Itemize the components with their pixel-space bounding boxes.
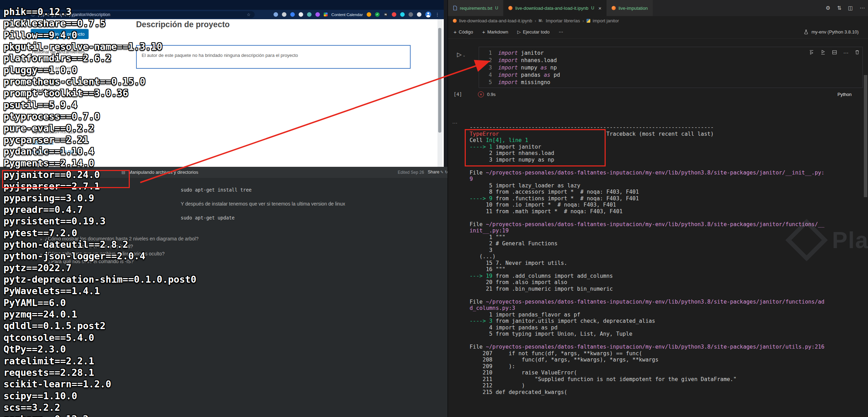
- browser-menu-icon[interactable]: ⋮: [435, 12, 440, 17]
- annotation-box-pyjanitor: [2, 170, 130, 188]
- more-actions-icon[interactable]: ⋯: [860, 5, 865, 11]
- output-line: 21 from .bin_numeric import bin_numeric: [470, 286, 865, 292]
- extension-icon[interactable]: N: [383, 12, 388, 17]
- cell-language[interactable]: Python: [838, 92, 852, 97]
- sidebar-item-description-active[interactable]: Descripción del proyecto: [31, 29, 89, 39]
- execute-above-icon[interactable]: [809, 50, 814, 57]
- url-field[interactable]: ⓘ pypi.org/project/pyjanitor/#descriptio…: [27, 11, 255, 18]
- add-markdown-cell-button[interactable]: +Markdown: [482, 29, 508, 35]
- output-line: 3: [470, 247, 865, 254]
- libraries-io-link[interactable]: Libraries.io: [32, 140, 53, 145]
- code-line[interactable]: 5import missingno: [481, 79, 560, 86]
- reload-icon[interactable]: ⟳: [16, 12, 20, 17]
- breadcrumb-section[interactable]: Importar librerías: [546, 18, 580, 23]
- cell-more-icon[interactable]: ⋯: [843, 50, 848, 56]
- sidebar-item-release-history[interactable]: Historial de lanzamientos: [32, 49, 85, 54]
- code-line[interactable]: 1import janitor: [481, 50, 560, 57]
- toggle-icon[interactable]: ▸: [40, 237, 43, 241]
- toggle-question[interactable]: ▸¿Para qué nos sirve el comando ls -al?: [44, 244, 133, 249]
- toggle-question[interactable]: ▸¿Para qué nos sirve el comando ls -lS?: [44, 259, 134, 264]
- split-cell-icon[interactable]: [832, 50, 837, 57]
- output-line: [470, 215, 865, 221]
- profile-avatar[interactable]: [425, 12, 431, 17]
- extension-icon[interactable]: [409, 12, 413, 17]
- code-line[interactable]: 3import numpy as np: [481, 64, 560, 72]
- notebook-icon: [508, 6, 512, 10]
- output-line: 1 """: [470, 234, 865, 241]
- split-editor-icon[interactable]: ◫: [848, 5, 853, 11]
- output-line: File ~/proyectos-pesonales/datos-faltant…: [470, 170, 865, 176]
- execution-count: [4]: [454, 91, 462, 97]
- output-menu-icon[interactable]: ⋯: [452, 120, 457, 126]
- share-button[interactable]: Share: [428, 170, 439, 174]
- output-line: [470, 292, 865, 299]
- output-line: 8 from .accessors import * # noqa: F403,…: [470, 189, 865, 195]
- tab-label: requirements.txt: [460, 6, 492, 11]
- gear-icon[interactable]: ⚙: [826, 5, 830, 11]
- breadcrumb-symbol[interactable]: import janitor: [593, 18, 619, 23]
- execute-below-icon[interactable]: [820, 50, 826, 57]
- sidebar-item-download-files[interactable]: Descargar archivos: [32, 65, 73, 70]
- output-line: 5 from typing import Union, List, Any, T…: [470, 331, 865, 337]
- site-info-icon[interactable]: ⓘ: [31, 12, 35, 18]
- output-line: 15 7. Never import utils.: [470, 260, 865, 267]
- tab-notebook-active[interactable]: live-download-data-and-load-it.ipynb U ×: [503, 0, 607, 16]
- output-line: [470, 337, 865, 344]
- toggle-question[interactable]: ▸¿Cómo sabemos que un archivo o director…: [40, 251, 165, 256]
- extension-icon[interactable]: [367, 12, 371, 17]
- code-line[interactable]: 4import pandas as pd: [481, 72, 560, 79]
- notion-window: ▤ Manipulando archivos y directorios Edi…: [0, 167, 448, 417]
- run-all-button[interactable]: ▷Ejecutar todo: [517, 29, 550, 35]
- breadcrumb-file[interactable]: live-download-data-and-load-it.ipynb: [459, 18, 532, 23]
- extension-icon[interactable]: [315, 12, 320, 17]
- kernel-label: my-env (Python 3.8.10): [811, 29, 859, 35]
- content-calendar-label[interactable]: Content Calendar: [331, 13, 363, 17]
- tab-live-imputation[interactable]: live-imputation: [607, 0, 653, 16]
- extension-icon[interactable]: [392, 12, 396, 17]
- sidebar-stat-line: Open issues/PRs: 113: [32, 129, 75, 134]
- scrollbar-thumb[interactable]: [864, 75, 867, 197]
- toggle-icon[interactable]: ▸: [40, 252, 43, 256]
- kernel-picker[interactable]: my-env (Python 3.8.10): [803, 25, 859, 38]
- extension-icon[interactable]: [290, 12, 295, 17]
- notion-page-title[interactable]: Manipulando archivos y directorios: [128, 170, 198, 175]
- delete-cell-icon[interactable]: [854, 50, 860, 57]
- run-cell-button[interactable]: ▷⌄: [457, 51, 465, 58]
- toggle-icon[interactable]: ▸: [44, 245, 46, 249]
- page-scrollbar-thumb[interactable]: [438, 28, 441, 133]
- extension-icon[interactable]: [307, 12, 312, 17]
- tab-requirements-txt[interactable]: requirements.txt U: [448, 0, 503, 16]
- edited-timestamp: Edited Sep 26: [398, 170, 424, 175]
- git-status-badge: U: [495, 6, 498, 10]
- extension-icon[interactable]: [400, 12, 405, 17]
- chevron-down-icon[interactable]: ⌄: [463, 53, 465, 57]
- python-icon: [586, 19, 590, 23]
- add-code-cell-button[interactable]: +Código: [454, 29, 473, 35]
- annotation-box-typeerror: [465, 129, 606, 166]
- public-dataset-link[interactable]: conjunto de datos público: [32, 149, 82, 154]
- toolbar-more-icon[interactable]: ⋯: [559, 29, 563, 35]
- page-scrollbar[interactable]: [437, 19, 442, 167]
- line-number: 2: [481, 57, 492, 64]
- code-line[interactable]: 2import nhanes.load: [481, 57, 560, 64]
- toggle-icon[interactable]: ▸: [44, 260, 46, 264]
- run-all-icon: ▷: [517, 29, 521, 35]
- content-calendar-icon[interactable]: [324, 13, 328, 16]
- back-icon[interactable]: ←: [6, 12, 10, 17]
- output-line: ----> 3 from janitor.utils import check,…: [470, 318, 865, 325]
- toggle-question[interactable]: ▸¿Cómo mostrar los documentos hasta 2 ni…: [40, 236, 199, 241]
- comment-icon[interactable]: ✎: [440, 170, 443, 174]
- bookmark-star-icon[interactable]: ☆: [247, 12, 250, 17]
- extension-icon[interactable]: [274, 12, 278, 17]
- close-tab-icon[interactable]: ×: [598, 5, 601, 11]
- extension-icon[interactable]: [282, 12, 286, 17]
- extension-icon[interactable]: [417, 12, 421, 17]
- compare-changes-icon[interactable]: ⇅: [837, 5, 841, 11]
- question-text: ¿Cómo sabemos que un archivo o directori…: [45, 251, 165, 256]
- updates-icon[interactable]: ↻: [445, 170, 448, 174]
- cell-editor[interactable]: 1import janitor2import nhanes.load3impor…: [481, 50, 560, 86]
- extension-icons-group: ✓N: [367, 12, 421, 17]
- extension-icon[interactable]: [299, 12, 303, 17]
- run-icon: ▷: [457, 51, 462, 58]
- extension-icon[interactable]: ✓: [375, 12, 380, 17]
